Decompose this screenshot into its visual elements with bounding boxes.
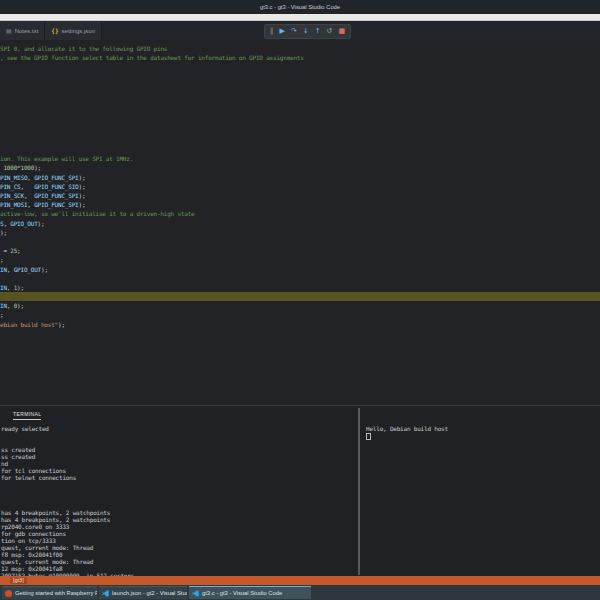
code-line: SPI 0, and allocate it to the following … — [0, 44, 600, 53]
tab-label: Notes.txt — [15, 28, 39, 34]
browser-icon — [5, 590, 12, 597]
code-line: ebian build host"); — [0, 320, 600, 329]
code-line: , see the GPIO function select table in … — [0, 53, 600, 62]
code-editor[interactable]: SPI 0, and allocate it to the following … — [0, 40, 600, 405]
terminal-line — [1, 488, 355, 495]
terminal-tab[interactable]: TERMINAL — [13, 411, 41, 420]
terminal-panel: TERMINAL ready selectedss createdss crea… — [0, 405, 600, 576]
code-line: PIN_CS, GPIO_FUNC_SIO); — [0, 182, 600, 191]
code-line: 1000*1000); — [0, 163, 600, 172]
file-icon: ▤ — [6, 27, 12, 34]
terminal-line: ss created — [1, 453, 355, 460]
tab-notes-txt[interactable]: ▤Notes.txt — [0, 21, 45, 40]
debug-toolbar: ∥▶↷↓↑↺■ — [264, 24, 351, 39]
tab-label: settings.json — [62, 28, 95, 34]
code-line: ); — [0, 228, 600, 237]
terminal-line — [1, 481, 355, 488]
terminal-line — [366, 432, 596, 439]
terminal-line: Hello, Debian build host — [366, 425, 596, 432]
terminal-line: ready selected — [1, 425, 355, 432]
code-line: PIN_MISO, GPIO_FUNC_SPI); — [0, 173, 600, 182]
taskbar-window-label: gt3.c - gt3 - Visual Studio Code — [202, 590, 282, 596]
code-line: S, GPIO_OUT); — [0, 219, 600, 228]
code-line: ion. This example will use SPI at 1MHz. — [0, 154, 600, 163]
code-line — [0, 81, 600, 90]
debug-step-over-button[interactable]: ↷ — [291, 25, 297, 38]
taskbar-window-label: launch.json - gt2 - Visual Studio C... — [112, 590, 187, 596]
terminal-line — [1, 439, 355, 446]
window-titlebar: gt3.c - gt3 - Visual Studio Code — [0, 0, 600, 14]
screen: gt3.c - gt3 - Visual Studio Code ▤Notes.… — [0, 0, 600, 600]
taskbar: Getting started with Raspberry Pi ...lau… — [0, 585, 600, 600]
code-line — [0, 237, 600, 246]
code-line — [0, 274, 600, 283]
taskbar-window-button[interactable]: Getting started with Raspberry Pi ... — [2, 586, 97, 599]
terminal-line: ss created — [1, 446, 355, 453]
terminal-line: for gdb connections — [1, 530, 355, 537]
code-line: IN, GPIO_OUT); — [0, 265, 600, 274]
code-line: IN, 0); — [0, 301, 600, 310]
terminal-line — [1, 502, 355, 509]
debug-stop-button[interactable]: ■ — [338, 25, 345, 38]
terminal-line: has 4 breakpoints, 2 watchpoints — [1, 509, 355, 516]
code-line — [0, 90, 600, 99]
terminal-line: for telnet connections — [1, 474, 355, 481]
terminal-line — [1, 432, 355, 439]
code-line — [0, 72, 600, 81]
current-execution-line — [0, 292, 600, 301]
terminal-line: nd — [1, 460, 355, 467]
code-line — [0, 145, 600, 154]
debug-restart-button[interactable]: ↺ — [327, 25, 333, 38]
terminal-line: rp2040.core0 on 3333 — [1, 523, 355, 530]
code-line — [0, 62, 600, 71]
code-line — [0, 127, 600, 136]
terminal-line: 12 msp: 0x20041fa8 — [1, 565, 355, 572]
debug-continue-button[interactable]: ▶ — [280, 25, 285, 38]
terminal-line: for tcl connections — [1, 467, 355, 474]
debug-step-out-button[interactable]: ↑ — [315, 25, 321, 38]
code-line — [0, 136, 600, 145]
debug-step-into-button[interactable]: ↓ — [303, 25, 309, 38]
terminal-line — [1, 495, 355, 502]
terminal-line: quest, current mode: Thread — [1, 558, 355, 565]
code-line: ; — [0, 310, 600, 319]
taskbar-window-button[interactable]: launch.json - gt2 - Visual Studio C... — [99, 586, 187, 599]
vscode-icon — [102, 590, 109, 597]
terminal-pane-left[interactable]: ready selectedss createdss createdndfor … — [1, 425, 355, 579]
desktop-strip — [0, 14, 600, 21]
code-line: active-low, so we'll initialise it to a … — [0, 209, 600, 218]
debug-pause-button[interactable]: ∥ — [270, 25, 274, 38]
terminal-split-divider[interactable] — [358, 408, 360, 575]
vscode-icon — [192, 590, 199, 597]
code-line — [0, 99, 600, 108]
terminal-line: quest, current mode: Thread — [1, 544, 355, 551]
window-title: gt3.c - gt3 - Visual Studio Code — [260, 4, 340, 10]
code-line: PIN_SCK, GPIO_FUNC_SPI); — [0, 191, 600, 200]
code-line: IN, 1); — [0, 283, 600, 292]
terminal-cursor — [366, 433, 371, 440]
code-line — [0, 118, 600, 127]
json-braces-icon: {} — [51, 27, 58, 34]
debug-session-label[interactable]: [gt3] — [10, 577, 27, 584]
terminal-line: f8 msp: 0x20041f00 — [1, 551, 355, 558]
code-line: = 25; — [0, 246, 600, 255]
status-bar: [gt3] — [0, 576, 600, 585]
code-line — [0, 108, 600, 117]
tab-settings-json[interactable]: {}settings.json — [45, 21, 102, 40]
taskbar-window-button[interactable]: gt3.c - gt3 - Visual Studio Code — [189, 586, 311, 599]
terminal-line: tion on tcp/3333 — [1, 537, 355, 544]
taskbar-window-label: Getting started with Raspberry Pi ... — [15, 590, 97, 596]
code-content: SPI 0, and allocate it to the following … — [0, 44, 600, 329]
code-line: PIN_MOSI, GPIO_FUNC_SPI); — [0, 200, 600, 209]
terminal-pane-right[interactable]: Hello, Debian build host — [366, 425, 596, 439]
code-line: ; — [0, 255, 600, 264]
terminal-line: has 4 breakpoints, 2 watchpoints — [1, 516, 355, 523]
